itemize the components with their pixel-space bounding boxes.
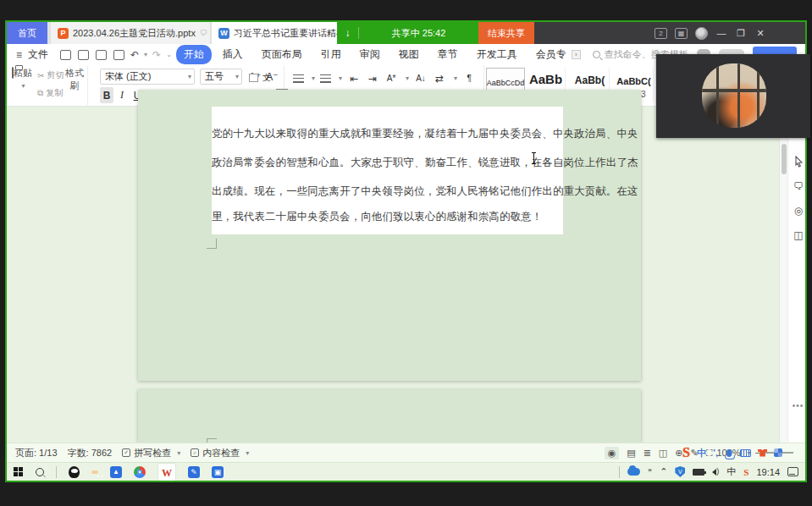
ime-toolbox-icon[interactable] bbox=[774, 448, 782, 457]
bullets-icon[interactable] bbox=[293, 74, 304, 83]
start-button[interactable] bbox=[14, 467, 24, 477]
workspace-grid-icon[interactable]: ▦ bbox=[675, 28, 688, 39]
clock[interactable]: 19:14 bbox=[756, 467, 780, 477]
print-preview-icon[interactable] bbox=[113, 50, 124, 60]
undo-icon[interactable]: ↶ bbox=[130, 49, 139, 61]
sogou-logo-icon[interactable]: S bbox=[682, 445, 690, 460]
speaker-icon[interactable] bbox=[712, 469, 716, 476]
pinyin-guide-button[interactable]: 文 bbox=[260, 69, 273, 85]
windows-taskbar: ▲ W ✎ ▣ ❞ ⌃ V 中 S 19:14 bbox=[7, 462, 805, 481]
tray-expand-icon[interactable]: ⌃ bbox=[660, 466, 667, 477]
tab-presentation-doc[interactable]: P 2023.04.26主题党日活动.pptx 🗩 ● bbox=[51, 22, 210, 44]
ribbon-tab-page-layout[interactable]: 页面布局 bbox=[254, 45, 310, 64]
ime-punct-icon[interactable]: ’, bbox=[713, 448, 718, 458]
sogou-tray-icon[interactable]: S bbox=[743, 467, 748, 477]
restore-button[interactable]: ❐ bbox=[735, 28, 747, 39]
text-effects-gallery-button[interactable]: A* bbox=[384, 70, 398, 86]
ribbon-tab-review[interactable]: 审阅 bbox=[352, 45, 388, 64]
font-size-combo[interactable]: 五号▾ bbox=[200, 69, 242, 85]
tab-writer-doc-active[interactable]: W 习近平总书记重要讲话精神学习 bbox=[212, 22, 337, 44]
page-2[interactable] bbox=[138, 389, 641, 443]
page-view-icon[interactable]: ▤ bbox=[627, 448, 635, 459]
close-button[interactable]: ✕ bbox=[754, 28, 766, 39]
panel-more-icon[interactable]: ••• bbox=[787, 401, 807, 410]
coin-icon[interactable]: ◎ bbox=[794, 205, 803, 217]
print-icon[interactable] bbox=[96, 50, 107, 60]
font-name-value: 宋体 (正文) bbox=[105, 70, 151, 83]
file-menu[interactable]: ≡ 文件 bbox=[7, 47, 57, 62]
hamburger-icon: ≡ bbox=[16, 49, 22, 61]
content-check-icon: ⌕ bbox=[191, 448, 199, 457]
ribbon-tab-dev-tools[interactable]: 开发工具 bbox=[469, 45, 525, 64]
minimize-button[interactable]: — bbox=[715, 28, 727, 38]
undo-dropdown-icon[interactable]: ▾ bbox=[144, 51, 147, 58]
sort-button[interactable]: A↓ bbox=[414, 70, 428, 86]
ribbon-tab-references[interactable]: 引用 bbox=[313, 45, 349, 64]
toolbar-collapse-icon[interactable]: ⌄ bbox=[166, 51, 172, 58]
bold-button[interactable]: B bbox=[100, 87, 113, 103]
pages-switch-icon[interactable]: 2 bbox=[655, 28, 667, 39]
cut-button[interactable]: ✂剪切 bbox=[37, 69, 64, 81]
quote-tray-icon[interactable]: ❞ bbox=[648, 468, 652, 476]
scrollbar-thumb[interactable] bbox=[782, 144, 787, 174]
taskbar-divider bbox=[56, 466, 57, 478]
tab-home[interactable]: 首页 bbox=[7, 22, 47, 44]
keyboard-icon[interactable] bbox=[740, 449, 751, 457]
tray-divider bbox=[619, 466, 620, 478]
vertical-scrollbar[interactable] bbox=[779, 107, 787, 443]
font-name-combo[interactable]: 宋体 (正文)▾ bbox=[100, 69, 195, 85]
eye-protection-icon[interactable]: ◉ bbox=[605, 447, 620, 459]
word-count[interactable]: 字数: 7862 bbox=[68, 447, 113, 459]
ribbon-tab-home[interactable]: 开始 bbox=[176, 45, 212, 64]
content-check-button[interactable]: ⌕ 内容检查▾ bbox=[191, 447, 249, 459]
format-painter-button[interactable]: 格式刷 bbox=[63, 67, 86, 92]
ribbon-tab-view[interactable]: 视图 bbox=[391, 45, 427, 64]
copy-button[interactable]: ⧉复制 bbox=[37, 87, 64, 99]
page1-text-block[interactable]: 党的十九大以来取得的重大成就和重要经验，凝结着十九届中央委员会、中央政治局、中央… bbox=[212, 107, 563, 234]
page-1[interactable]: 党的十九大以来取得的重大成就和重要经验，凝结着十九届中央委员会、中央政治局、中央… bbox=[138, 90, 641, 381]
redo-icon[interactable]: ↷ bbox=[152, 49, 161, 61]
ribbon-tab-section[interactable]: 章节 bbox=[430, 45, 466, 64]
spell-check-button[interactable]: ✓ 拼写检查▾ bbox=[122, 447, 180, 459]
read-mode-icon[interactable]: ◫ bbox=[659, 448, 667, 459]
battery-icon[interactable] bbox=[693, 469, 704, 476]
clear-format-icon[interactable] bbox=[249, 74, 258, 82]
comment-edit-icon[interactable]: 🗨 bbox=[793, 180, 804, 192]
document-canvas[interactable]: 党的十九大以来取得的重大成就和重要经验，凝结着十九届中央委员会、中央政治局、中央… bbox=[7, 107, 805, 443]
italic-button[interactable]: I bbox=[115, 87, 129, 103]
ime-indicator[interactable]: 中 bbox=[726, 465, 736, 478]
book-search-icon[interactable]: ◫ bbox=[793, 229, 803, 241]
notification-center-icon[interactable] bbox=[787, 467, 798, 476]
security-shield-icon[interactable]: V bbox=[675, 466, 685, 477]
chrome-icon[interactable] bbox=[134, 466, 146, 478]
select-cursor-icon[interactable] bbox=[793, 156, 804, 168]
meeting-app-icon[interactable]: ▲ bbox=[110, 466, 122, 478]
taskbar-search-icon[interactable] bbox=[36, 468, 44, 476]
save-icon[interactable] bbox=[78, 50, 89, 60]
stop-sharing-button[interactable]: 结束共享 bbox=[478, 22, 534, 44]
sogou-ime-toolbar: S 中 ’, bbox=[682, 444, 782, 461]
mic-icon[interactable] bbox=[726, 449, 732, 457]
ribbon-tab-vip[interactable]: 会员专 bbox=[528, 45, 568, 64]
wechat-app-active[interactable] bbox=[91, 470, 98, 474]
decrease-indent-button[interactable]: ⇤ bbox=[347, 70, 361, 86]
ribbon-tab-insert[interactable]: 插入 bbox=[215, 45, 251, 64]
paste-button[interactable]: 粘贴▾ bbox=[10, 67, 34, 90]
increase-indent-button[interactable]: ⇥ bbox=[366, 70, 379, 86]
numbering-icon[interactable] bbox=[320, 74, 331, 83]
webcam-overlay[interactable] bbox=[656, 54, 810, 138]
pen-app-icon[interactable]: ✎ bbox=[188, 466, 200, 478]
wps-app-active[interactable]: W bbox=[157, 463, 176, 481]
vip-chevron-icon[interactable]: › bbox=[572, 50, 581, 59]
skin-icon[interactable] bbox=[758, 449, 767, 457]
share-download-icon[interactable]: ↓ bbox=[337, 27, 359, 39]
show-marks-button[interactable]: ¶ bbox=[462, 70, 476, 86]
ime-cn-icon[interactable]: 中 bbox=[697, 447, 706, 459]
qq-app-icon[interactable] bbox=[69, 466, 80, 478]
onedrive-icon[interactable] bbox=[627, 468, 640, 476]
outline-view-icon[interactable]: ≣ bbox=[644, 448, 651, 459]
account-avatar[interactable] bbox=[695, 27, 708, 40]
new-doc-icon[interactable] bbox=[60, 50, 71, 60]
camera-app-icon[interactable]: ▣ bbox=[212, 466, 224, 478]
wrap-button[interactable]: ⇄ bbox=[433, 70, 446, 86]
